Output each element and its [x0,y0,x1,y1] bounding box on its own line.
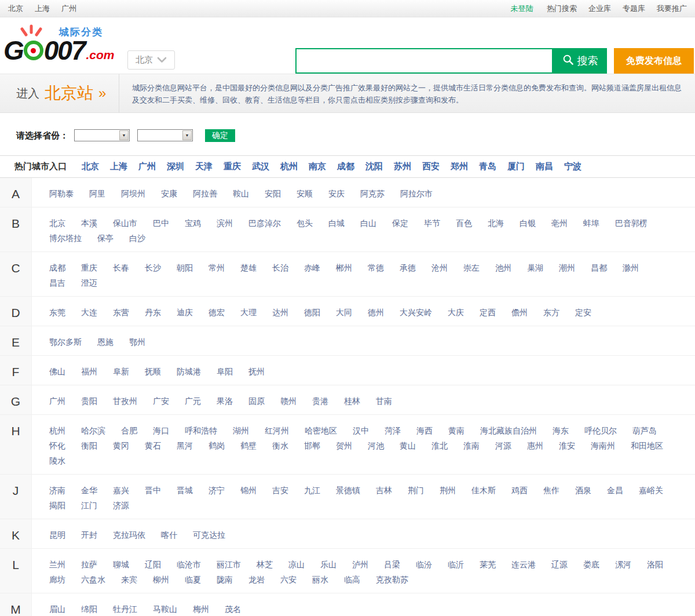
city-link[interactable]: 阜新 [113,366,129,377]
city-link[interactable]: 海西 [416,425,433,436]
city-link[interactable]: 鸡西 [511,485,528,495]
city-link[interactable]: 本溪 [81,218,97,228]
city-link[interactable]: 金昌 [607,485,623,495]
city-link[interactable]: 哈尔滨 [81,425,105,436]
city-link[interactable]: 白沙 [129,233,145,243]
city-link[interactable]: 抚顺 [145,366,161,377]
city-link[interactable]: 甘孜州 [113,396,137,406]
city-link[interactable]: 娄底 [583,559,599,570]
city-link[interactable]: 桂林 [344,396,360,406]
hot-city-link[interactable]: 郑州 [451,161,468,171]
city-link[interactable]: 安阳 [265,188,281,199]
city-link[interactable]: 固原 [248,396,265,406]
hot-city-link[interactable]: 苏州 [394,161,411,171]
city-link[interactable]: 汉中 [353,425,369,436]
city-link[interactable]: 阿拉尔市 [400,188,433,199]
city-link[interactable]: 长治 [272,263,288,273]
province-select-native[interactable] [75,130,129,141]
city-link[interactable]: 哈密地区 [305,425,337,436]
city-link[interactable]: 长沙 [145,263,161,273]
city-link[interactable]: 阿拉善 [193,188,217,199]
city-link[interactable]: 东方 [543,307,559,318]
top-utility-link[interactable]: 我要推广 [657,4,687,13]
city-link[interactable]: 包头 [297,218,313,228]
city-link[interactable]: 抚州 [248,366,265,377]
city-link[interactable]: 佳木斯 [471,485,496,495]
city-link[interactable]: 儋州 [511,307,528,318]
top-city-link[interactable]: 广州 [61,4,76,13]
city-link[interactable]: 甘南 [376,396,392,406]
city-link[interactable]: 定西 [480,307,496,318]
city-link[interactable]: 莱芜 [480,559,496,570]
city-link[interactable]: 济南 [49,485,65,495]
city-link[interactable]: 呼伦贝尔 [584,425,617,436]
city-link[interactable]: 河池 [368,440,384,451]
city-link[interactable]: 济宁 [209,485,225,495]
city-link[interactable]: 临沂 [448,559,464,570]
city-link[interactable]: 鞍山 [233,188,249,199]
city-link[interactable]: 朝阳 [177,263,193,273]
city-selector[interactable]: 北京 [127,50,175,70]
city-link[interactable]: 白银 [520,218,536,228]
city-select[interactable]: ▼ [137,129,193,141]
city-link[interactable]: 喀什 [161,530,177,540]
post-info-button[interactable]: 免费发布信息 [614,48,694,74]
city-link[interactable]: 开封 [81,530,97,540]
city-link[interactable]: 贵阳 [81,396,97,406]
city-link[interactable]: 黄石 [145,440,161,451]
city-link[interactable]: 成都 [49,263,65,273]
city-link[interactable]: 眉山 [49,604,65,614]
city-link[interactable]: 德阳 [304,307,320,318]
city-link[interactable]: 博尔塔拉 [49,233,82,243]
city-link[interactable]: 阿里 [89,188,105,199]
city-link[interactable]: 白山 [360,218,376,228]
city-link[interactable]: 赤峰 [304,263,320,273]
city-link[interactable]: 大理 [240,307,257,318]
hot-city-link[interactable]: 重庆 [224,161,241,171]
city-link[interactable]: 牡丹江 [113,604,137,614]
city-link[interactable]: 昆明 [49,530,65,540]
city-link[interactable]: 广州 [49,396,65,406]
city-link[interactable]: 金华 [81,485,97,495]
city-select-native[interactable] [138,130,192,141]
city-link[interactable]: 佛山 [49,366,65,377]
city-link[interactable]: 海南州 [591,440,615,451]
city-link[interactable]: 辽阳 [145,559,161,570]
hot-city-link[interactable]: 武汉 [252,161,269,171]
city-link[interactable]: 大连 [81,307,97,318]
city-link[interactable]: 崇左 [463,263,480,273]
city-link[interactable]: 衡阳 [81,440,97,451]
city-link[interactable]: 丹东 [145,307,161,318]
city-link[interactable]: 鄂州 [129,337,145,347]
city-link[interactable]: 淮北 [431,440,448,451]
city-link[interactable]: 贺州 [336,440,352,451]
city-link[interactable]: 昌都 [591,263,607,273]
city-link[interactable]: 梅州 [193,604,209,614]
hot-city-link[interactable]: 南京 [309,161,326,171]
city-link[interactable]: 景德镇 [336,485,360,495]
city-link[interactable]: 沧州 [431,263,448,273]
logo[interactable]: 城际分类 G 007 .com [3,24,128,66]
city-link[interactable]: 果洛 [217,396,233,406]
city-link[interactable]: 临高 [344,574,360,585]
city-link[interactable]: 阿克苏 [360,188,385,199]
city-link[interactable]: 丽水 [312,574,328,585]
city-link[interactable]: 福州 [81,366,97,377]
city-link[interactable]: 锦州 [240,485,257,495]
city-link[interactable]: 丽江市 [217,559,241,570]
city-link[interactable]: 大同 [336,307,352,318]
hot-city-link[interactable]: 沈阳 [365,161,383,171]
city-link[interactable]: 怀化 [49,440,65,451]
city-link[interactable]: 安康 [161,188,177,199]
city-link[interactable]: 防城港 [177,366,201,377]
city-link[interactable]: 江门 [81,500,97,511]
city-link[interactable]: 昌吉 [49,278,65,288]
city-link[interactable]: 陵水 [49,455,65,466]
city-link[interactable]: 亳州 [551,218,568,228]
hot-city-link[interactable]: 青岛 [479,161,496,171]
city-link[interactable]: 鄂尔多斯 [49,337,82,347]
city-link[interactable]: 海东 [553,425,569,436]
confirm-button[interactable]: 确定 [205,129,235,142]
city-link[interactable]: 广元 [185,396,201,406]
city-link[interactable]: 茂名 [225,604,241,614]
